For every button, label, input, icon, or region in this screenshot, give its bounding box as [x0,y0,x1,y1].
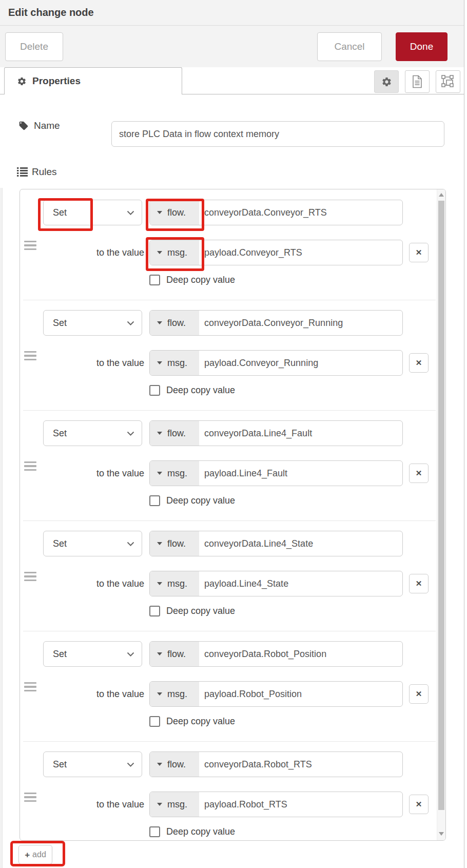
editor-tab-bar: Properties [0,67,464,94]
rules-list-container: Set flow. conveyorData.Conveyor_RTS to t… [20,189,446,841]
target-type-button[interactable]: flow. [150,421,199,446]
add-button-label: add [32,850,46,859]
rule-action-select[interactable]: Set [43,751,142,777]
deep-copy-checkbox[interactable] [149,826,160,837]
deep-copy-checkbox[interactable] [149,606,160,616]
remove-rule-button[interactable]: ✕ [409,353,429,373]
value-property-input[interactable]: payload.Conveyor_RTS [199,240,302,265]
name-input[interactable] [111,121,444,147]
drag-handle-icon[interactable] [24,461,36,471]
caret-down-icon [157,542,162,545]
deep-copy-row: Deep copy value [149,716,235,727]
to-the-value-label: to the value [51,681,144,707]
done-button[interactable]: Done [396,32,447,61]
chevron-down-icon [127,431,134,436]
to-the-value-label: to the value [51,240,144,265]
drag-handle-icon[interactable] [24,241,36,250]
target-type-button[interactable]: flow. [150,642,199,666]
remove-rule-button[interactable]: ✕ [409,243,429,262]
value-type-label: msg. [167,247,187,258]
rules-list: Set flow. conveyorData.Conveyor_RTS to t… [20,189,437,840]
caret-down-icon [157,763,162,766]
delete-button[interactable]: Delete [5,32,63,61]
rule-value-typed-input: msg. payload.Conveyor_RTS [149,240,403,265]
tab-properties-label: Properties [32,75,81,87]
value-type-button[interactable]: msg. [150,240,199,265]
target-type-button[interactable]: flow. [150,531,199,556]
rule-row: Set flow. conveyorData.Line4_State to th… [20,520,437,631]
to-the-value-label: to the value [51,792,144,817]
target-property-input[interactable]: conveyorData.Line4_State [199,531,313,556]
target-type-label: flow. [167,538,186,549]
rule-row: Set flow. conveyorData.Line4_Fault to th… [20,410,437,520]
target-property-input[interactable]: conveyorData.Conveyor_Running [199,311,343,335]
drag-handle-icon[interactable] [24,682,36,691]
deep-copy-checkbox[interactable] [149,275,160,285]
caret-down-icon [157,692,162,696]
target-property-input[interactable]: conveyorData.Line4_Fault [199,421,312,446]
drag-handle-icon[interactable] [24,793,36,802]
remove-rule-button[interactable]: ✕ [409,574,429,593]
scroll-down-arrow-icon[interactable] [439,832,444,836]
rule-action-select[interactable]: Set [43,200,142,225]
value-type-button[interactable]: msg. [150,351,199,375]
deep-copy-checkbox[interactable] [149,716,160,727]
rule-row: Set flow. conveyorData.Robot_RTS to the … [20,741,437,840]
target-property-input[interactable]: conveyorData.Robot_Position [199,642,326,666]
rule-action-select[interactable]: Set [43,420,142,446]
value-property-input[interactable]: payload.Line4_Fault [199,461,287,486]
tab-properties[interactable]: Properties [4,67,182,94]
rule-action-select[interactable]: Set [43,641,142,667]
drag-handle-icon[interactable] [24,572,36,581]
chevron-down-icon [127,210,134,215]
scroll-up-arrow-icon[interactable] [439,193,444,197]
drag-handle-icon[interactable] [24,351,36,360]
caret-down-icon [157,652,162,655]
description-icon-button[interactable] [405,70,430,93]
value-property-input[interactable]: payload.Conveyor_Running [199,351,318,375]
deep-copy-checkbox[interactable] [149,385,160,396]
rule-target-typed-input: flow. conveyorData.Robot_RTS [149,751,403,777]
rule-action-select[interactable]: Set [43,531,142,556]
value-property-input[interactable]: payload.Robot_Position [199,682,302,706]
target-property-input[interactable]: conveyorData.Conveyor_RTS [199,200,327,225]
deep-copy-label: Deep copy value [166,385,235,396]
target-property-input[interactable]: conveyorData.Robot_RTS [199,752,312,777]
rules-section-label: Rules [17,166,57,178]
target-type-button[interactable]: flow. [150,311,199,335]
rule-action-label: Set [53,538,67,549]
to-the-value-label: to the value [51,350,144,376]
remove-rule-button[interactable]: ✕ [409,684,429,704]
appearance-group-icon-button[interactable] [436,70,460,93]
target-type-button[interactable]: flow. [150,200,199,225]
value-type-button[interactable]: msg. [150,571,199,596]
caret-down-icon [157,361,162,364]
properties-icon-button[interactable] [374,70,399,93]
properties-panel: Name Rules Set [0,94,464,868]
rule-target-typed-input: flow. conveyorData.Conveyor_Running [149,310,403,336]
deep-copy-checkbox[interactable] [149,495,160,506]
cancel-button[interactable]: Cancel [317,32,382,61]
tag-icon [18,121,29,131]
value-type-label: msg. [167,689,187,700]
scrollbar-thumb[interactable] [438,201,444,810]
plus-icon: + [25,851,30,859]
add-rule-button[interactable]: + add [18,845,52,864]
value-type-button[interactable]: msg. [150,792,199,817]
deep-copy-row: Deep copy value [149,275,235,285]
deep-copy-row: Deep copy value [149,495,235,506]
rule-action-label: Set [53,318,67,329]
rule-action-select[interactable]: Set [43,310,142,336]
remove-rule-button[interactable]: ✕ [409,464,429,483]
value-type-button[interactable]: msg. [150,461,199,486]
rule-action-label: Set [53,207,67,218]
value-property-input[interactable]: payload.Robot_RTS [199,792,287,817]
target-type-button[interactable]: flow. [150,752,199,777]
rules-scrollbar[interactable] [437,189,445,840]
dialog-toolbar: Delete Cancel Done [0,26,464,67]
value-property-input[interactable]: payload.Line4_State [199,571,288,596]
gear-icon [17,76,27,86]
rule-row: Set flow. conveyorData.Conveyor_RTS to t… [20,189,437,300]
value-type-button[interactable]: msg. [150,682,199,706]
remove-rule-button[interactable]: ✕ [409,795,429,814]
